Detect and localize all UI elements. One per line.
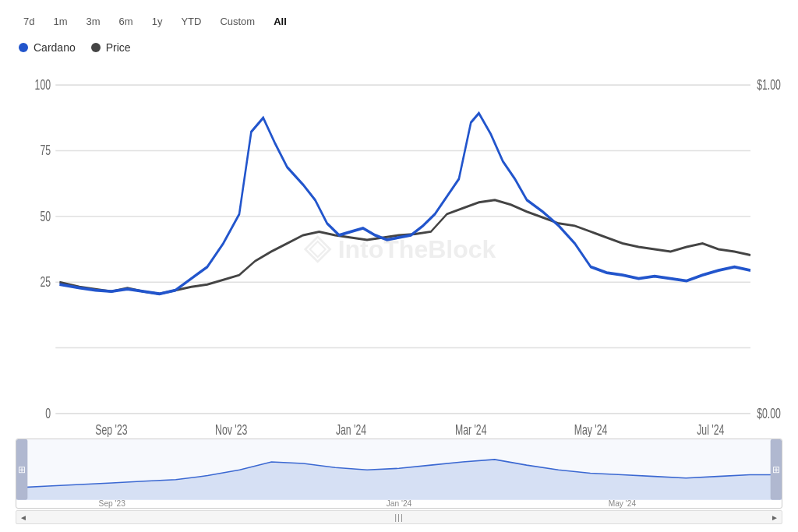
legend-dot-price bbox=[91, 43, 101, 52]
svg-text:Mar '24: Mar '24 bbox=[455, 422, 487, 437]
time-btn-6m[interactable]: 6m bbox=[111, 12, 141, 30]
svg-text:Nov '23: Nov '23 bbox=[215, 422, 247, 437]
legend-label-price: Price bbox=[106, 41, 131, 54]
scroll-right-arrow[interactable]: ► bbox=[768, 510, 782, 524]
cardano-line bbox=[59, 113, 750, 294]
main-chart-svg: 100 75 50 25 0 $1.00 $0.00 Sep '23 Nov '… bbox=[16, 62, 782, 437]
chart-wrapper: IntoTheBlock 100 75 50 25 0 $1.00 $0.00 bbox=[16, 62, 782, 524]
legend-price: Price bbox=[91, 41, 131, 54]
svg-text:Sep '23: Sep '23 bbox=[95, 422, 127, 437]
time-btn-7d[interactable]: 7d bbox=[16, 12, 42, 30]
svg-text:0: 0 bbox=[45, 406, 51, 421]
chart-legend: Cardano Price bbox=[16, 41, 782, 54]
time-filter-bar: 7d1m3m6m1yYTDCustomAll bbox=[16, 12, 782, 30]
time-btn-custom[interactable]: Custom bbox=[212, 12, 263, 30]
legend-label-cardano: Cardano bbox=[34, 41, 76, 54]
scroll-thumb[interactable]: ||| bbox=[394, 513, 404, 522]
nav-svg: Sep '23 Jan '24 May '24 ⊞ ⊞ bbox=[16, 439, 782, 508]
svg-text:25: 25 bbox=[40, 274, 51, 290]
svg-rect-23 bbox=[16, 439, 782, 500]
svg-text:Jan '24: Jan '24 bbox=[387, 499, 412, 508]
svg-text:$0.00: $0.00 bbox=[757, 406, 781, 421]
time-btn-1y[interactable]: 1y bbox=[144, 12, 171, 30]
svg-text:50: 50 bbox=[40, 208, 51, 224]
main-chart: IntoTheBlock 100 75 50 25 0 $1.00 $0.00 bbox=[16, 62, 782, 437]
svg-text:100: 100 bbox=[35, 77, 51, 93]
svg-text:Sep '23: Sep '23 bbox=[99, 499, 126, 508]
scroll-track[interactable]: ||| bbox=[30, 511, 768, 523]
scroll-left-arrow[interactable]: ◄ bbox=[16, 510, 30, 524]
svg-text:Jan '24: Jan '24 bbox=[336, 422, 367, 437]
navigator[interactable]: Sep '23 Jan '24 May '24 ⊞ ⊞ bbox=[16, 439, 782, 509]
time-btn-3m[interactable]: 3m bbox=[79, 12, 108, 30]
svg-text:75: 75 bbox=[40, 143, 51, 158]
svg-text:⊞: ⊞ bbox=[18, 464, 26, 475]
svg-text:Jul '24: Jul '24 bbox=[697, 422, 724, 437]
app-container: 7d1m3m6m1yYTDCustomAll Cardano Price Int… bbox=[0, 0, 798, 532]
time-btn-all[interactable]: All bbox=[266, 12, 295, 30]
price-line bbox=[59, 200, 750, 294]
scrollbar[interactable]: ◄ ||| ► bbox=[16, 510, 782, 524]
time-btn-1m[interactable]: 1m bbox=[45, 12, 75, 30]
svg-text:$1.00: $1.00 bbox=[757, 77, 781, 93]
legend-dot-cardano bbox=[19, 43, 28, 52]
time-btn-ytd[interactable]: YTD bbox=[173, 12, 209, 30]
legend-cardano: Cardano bbox=[19, 41, 76, 54]
svg-text:⊞: ⊞ bbox=[772, 464, 780, 475]
svg-text:May '24: May '24 bbox=[574, 422, 608, 437]
svg-text:May '24: May '24 bbox=[609, 499, 637, 508]
